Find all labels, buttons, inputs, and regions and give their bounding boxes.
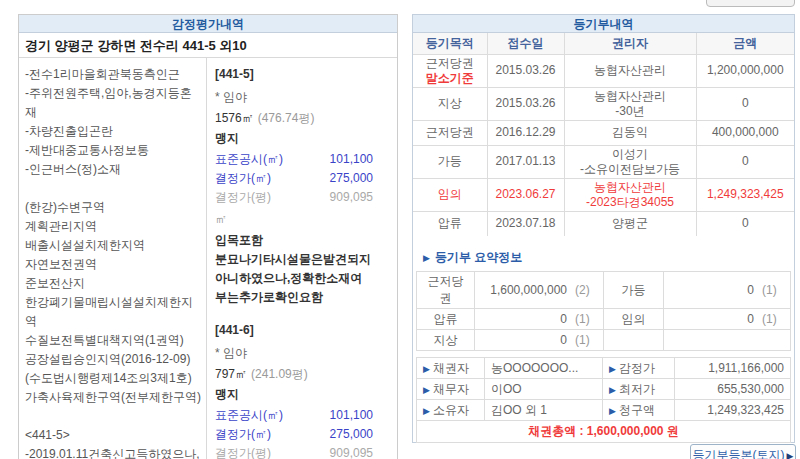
reg-amount: 0 <box>696 87 794 120</box>
summary-value: 0 <box>560 333 567 347</box>
price-row: 결정가(평) 909,095 <box>215 444 373 459</box>
lot-block: [441-6] * 임야 797㎡(241.09평) 맹지 표준공시(㎡) 10… <box>215 321 373 459</box>
party-label: 최저가 <box>619 382 655 396</box>
registry-row: 가등 2017.01.13 이성기-소유이전담보가등 0 <box>413 145 794 178</box>
reg-holder: 농협자산관리 <box>567 89 694 104</box>
triangle-bullet-icon: ▶ <box>609 385 616 395</box>
zoning-notes: (한강)수변구역 계획관리지역 배출시설설치제한지역 자연보전권역 준보전산지 … <box>25 198 202 407</box>
triangle-bullet-icon: ▶ <box>423 253 430 263</box>
note-line: 준보전산지 <box>25 274 202 293</box>
summary-row: 지상 0(1) <box>417 330 791 351</box>
registry-parties-table: ▶채권자 농OOOOOOO... ▶감정가 1,911,166,000 ▶채무자… <box>416 357 791 443</box>
lot-area: 1576㎡(476.74평) <box>215 109 373 128</box>
reg-purpose-sub: 말소기준 <box>415 71 485 86</box>
note-line: 계획관리지역 <box>25 217 202 236</box>
claim-amount-value: 1,249,323,425 <box>675 400 791 421</box>
reg-holder: 김동익 <box>564 120 696 145</box>
registry-table-header: 등기목적 접수일 권리자 금액 <box>413 33 794 54</box>
reg-date: 2015.03.26 <box>487 54 564 87</box>
debtor-value: 이OO <box>485 379 603 400</box>
registry-row: 지상 2015.03.26 농협자산관리-30년 0 <box>413 87 794 120</box>
reg-amount: 1,200,000,000 <box>696 54 794 87</box>
reg-holder-sub: -30년 <box>567 104 694 119</box>
triangle-bullet-icon: ▶ <box>423 364 430 374</box>
summary-row: 압류 0(1) 임의 0(1) <box>417 309 791 330</box>
summary-row: 근저당권 1,600,000,000(2) 가등 0(1) <box>417 272 791 309</box>
col-header-date: 접수일 <box>487 33 564 54</box>
reg-purpose: 근저당권 <box>415 56 485 71</box>
reg-date: 2016.12.29 <box>487 120 564 145</box>
lot-area-sqm: 797㎡ <box>215 367 247 381</box>
party-label: 청구액 <box>619 403 655 417</box>
summary-count: (1) <box>762 283 784 297</box>
note-line: -2019.01.11건축신고득하였으나,현재신고의실효여부에관하여별도확인필요 <box>25 445 202 459</box>
reg-purpose: 임의 <box>413 178 487 211</box>
price-value: 275,000 <box>330 169 373 188</box>
note-line: -전수1리마을회관북동측인근 <box>25 65 202 84</box>
summary-label <box>604 330 664 351</box>
appraisal-notes-column: -전수1리마을회관북동측인근 -주위전원주택,임야,농경지등혼재 -차량진출입곤… <box>19 58 207 459</box>
registry-copy-button-label: 등기부등본(토지) <box>693 448 785 459</box>
summary-value: 0 <box>747 283 754 297</box>
party-label: 감정가 <box>619 361 655 375</box>
registry-row: 압류 2023.07.18 양평군 0 <box>413 211 794 236</box>
registry-copy-button[interactable]: 등기부등본(토지)▶ <box>690 444 796 459</box>
note-line: <441-5> <box>25 426 202 445</box>
unit-label: ㎡ <box>215 210 373 229</box>
lot-type: * 임야 <box>215 344 373 363</box>
reg-holder: 농협자산관리 <box>567 63 694 78</box>
summary-value: 0 <box>560 312 567 326</box>
price-label: 결정가(평) <box>215 188 271 207</box>
note-line: 자연보전권역 <box>25 255 202 274</box>
appraised-value: 1,911,166,000 <box>675 358 791 379</box>
location-notes: -전수1리마을회관북동측인근 -주위전원주택,임야,농경지등혼재 -차량진출입곤… <box>25 65 202 179</box>
registry-summary-table: 근저당권 1,600,000,000(2) 가등 0(1) 압류 0(1) 임의… <box>416 271 791 351</box>
reg-holder-sub: -2023타경34055 <box>567 195 694 210</box>
col-header-holder: 권리자 <box>564 33 696 54</box>
lot-extra-note: 분묘나기타시설물은발견되지아니하였으나,정확한소재여부는추가로확인요함 <box>215 250 373 307</box>
reg-purpose: 압류 <box>413 211 487 236</box>
reg-holder: 양평군 <box>564 211 696 236</box>
summary-value: 0 <box>747 312 754 326</box>
creditor-value[interactable]: 농OOOOOOO... <box>485 358 603 379</box>
total-claims-value: 채권총액 : 1,600,000,000 원 <box>417 421 791 443</box>
note-line: 수질보전특별대책지역(1권역) <box>25 331 202 350</box>
appraisal-panel: 감정평가내역 경기 양평군 강하면 전수리 441-5 외10 -전수1리마을회… <box>18 14 398 459</box>
lot-access: 맹지 <box>215 129 373 148</box>
price-value: 909,095 <box>330 444 373 459</box>
reg-purpose: 가등 <box>413 145 487 178</box>
summary-label: 압류 <box>417 309 475 330</box>
price-row: 결정가(㎡) 275,000 <box>215 425 373 444</box>
lot-extra-note: 입목포함 <box>215 231 373 250</box>
reg-purpose: 근저당권 <box>413 120 487 145</box>
reg-date: 2023.07.18 <box>487 211 564 236</box>
registry-row: 근저당권말소기준 2015.03.26 농협자산관리 1,200,000,000 <box>413 54 794 87</box>
lot-area: 797㎡(241.09평) <box>215 365 373 384</box>
top-button-partial[interactable] <box>706 0 795 7</box>
price-label: 표준공시(㎡) <box>215 406 283 425</box>
reg-amount: 0 <box>696 211 794 236</box>
summary-count: (1) <box>575 312 597 326</box>
registry-panel-title: 등기부내역 <box>413 15 794 33</box>
col-header-amount: 금액 <box>696 33 794 54</box>
registry-row: 임의 2023.06.27 농협자산관리-2023타경34055 1,249,3… <box>413 178 794 211</box>
price-value: 275,000 <box>330 425 373 444</box>
price-row: 결정가(평) 909,095 <box>215 188 373 207</box>
col-header-purpose: 등기목적 <box>413 33 487 54</box>
arrow-right-icon: ▶ <box>787 451 794 459</box>
lot-area-pyeong: (476.74평) <box>258 111 315 125</box>
price-row: 표준공시(㎡) 101,100 <box>215 406 373 425</box>
price-value: 101,100 <box>330 406 373 425</box>
registry-row: 근저당권 2016.12.29 김동익 400,000,000 <box>413 120 794 145</box>
lot-id: [441-6] <box>215 321 373 340</box>
note-line: 한강폐기물매립시설설치제한지역 <box>25 293 202 331</box>
lot-type: * 임야 <box>215 88 373 107</box>
summary-count: (2) <box>575 283 597 297</box>
triangle-bullet-icon: ▶ <box>609 406 616 416</box>
party-row: ▶채무자 이OO ▶최저가 655,530,000 <box>417 379 791 400</box>
lot-access: 맹지 <box>215 385 373 404</box>
price-value: 101,100 <box>330 150 373 169</box>
lot-area-sqm: 1576㎡ <box>215 111 254 125</box>
price-label: 결정가(평) <box>215 444 271 459</box>
reg-amount: 0 <box>696 145 794 178</box>
